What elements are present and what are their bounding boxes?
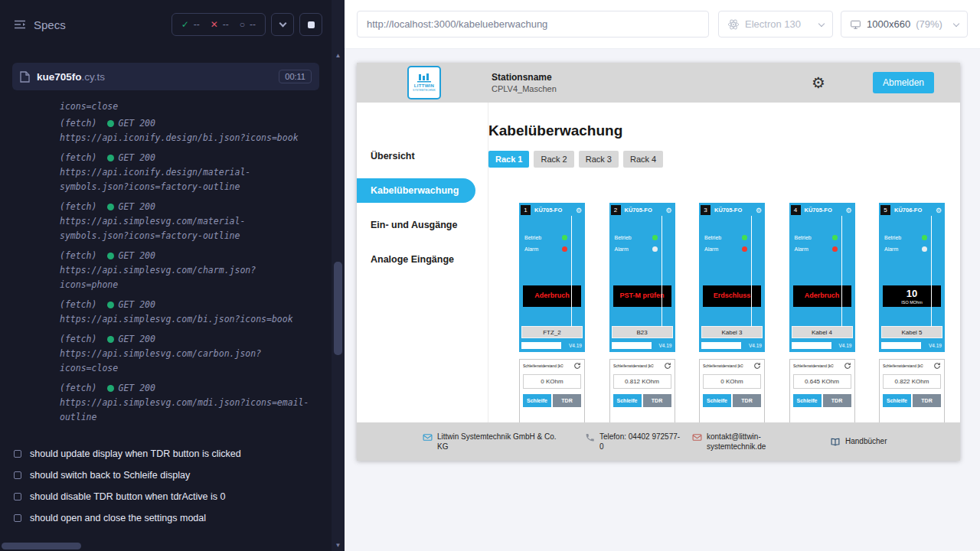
horizontal-scrollbar[interactable]: [0, 540, 332, 551]
spec-file-row[interactable]: kue705fo.cy.ts 00:11: [12, 63, 319, 90]
log-status: GET 200: [118, 332, 155, 347]
specs-menu-button[interactable]: Specs: [14, 18, 66, 31]
indicator-box: [792, 342, 831, 349]
schleife-button[interactable]: Schleife: [523, 394, 551, 407]
log-entry[interactable]: (fetch)GET 200 https://api.simplesvg.com…: [60, 332, 318, 376]
device-module: 4 KÜ705-FO ⚙ Betrieb Alarm Aderbruch: [789, 203, 855, 352]
log-status: GET 200: [118, 249, 155, 263]
tdr-button[interactable]: TDR: [643, 394, 671, 407]
tdr-button[interactable]: TDR: [913, 394, 941, 407]
log-entry[interactable]: (fetch)GET 200 https://api.iconify.desig…: [60, 151, 318, 194]
card-gear-icon[interactable]: ⚙: [845, 207, 851, 214]
device-cards: 1 KÜ705-FO ⚙ Betrieb Alarm Aderbruch: [519, 203, 945, 423]
cable-name: Kabel 5: [881, 326, 942, 338]
tdr-button[interactable]: TDR: [553, 394, 581, 407]
spec-file-name: kue705fo.cy.ts: [37, 71, 105, 83]
module-model: KÜ706-FO: [894, 207, 922, 214]
schleife-button[interactable]: Schleife: [883, 394, 911, 407]
indicator-box: [612, 342, 652, 349]
settings-gear-icon[interactable]: ⚙: [812, 73, 825, 92]
status-dot-icon: [107, 385, 114, 392]
refresh-icon[interactable]: [753, 362, 761, 370]
test-item[interactable]: should open and close the settings modal: [14, 507, 332, 529]
mail-icon: [423, 432, 433, 442]
circle-icon: ○: [240, 19, 245, 30]
vertical-scrollbar-thumb[interactable]: [334, 262, 342, 355]
refresh-icon[interactable]: [933, 362, 941, 370]
status-dot-icon: [107, 253, 114, 259]
card-gear-icon[interactable]: ⚙: [665, 207, 671, 214]
module-model: KÜ705-FO: [534, 207, 562, 214]
footer-manuals[interactable]: Handbücher: [830, 436, 887, 447]
logout-button[interactable]: Abmelden: [873, 72, 934, 93]
viewport-selector[interactable]: 1000x660 (79%): [841, 11, 968, 37]
schleife-button[interactable]: Schleife: [613, 394, 642, 407]
vertical-scrollbar[interactable]: ▲ ▼: [332, 0, 345, 551]
fetch-label: (fetch): [60, 381, 96, 396]
betrieb-led: [742, 235, 747, 240]
module-model: KÜ705-FO: [805, 207, 832, 214]
log-entry[interactable]: (fetch)GET 200 https://api.iconify.desig…: [60, 116, 318, 145]
phone-icon: [585, 432, 595, 442]
url-bar[interactable]: http://localhost:3000/kabelueberwachung: [357, 11, 709, 37]
refresh-icon[interactable]: [844, 362, 851, 370]
slot-number: 1: [521, 205, 531, 215]
log-entry[interactable]: (fetch)GET 200 https://api.simplesvg.com…: [60, 381, 318, 425]
test-item[interactable]: should disable TDR button when tdrActive…: [14, 486, 332, 507]
sidebar-item-ein-und-ausgaenge[interactable]: Ein- und Ausgänge: [357, 213, 488, 237]
fetch-label: (fetch): [60, 298, 96, 312]
card-gear-icon[interactable]: ⚙: [576, 207, 582, 214]
betrieb-label: Betrieb: [524, 235, 541, 240]
card-gear-icon[interactable]: ⚙: [936, 207, 942, 214]
log-status: GET 200: [118, 298, 155, 312]
collapse-button[interactable]: [271, 13, 294, 36]
stat-pending: ○--: [240, 19, 256, 30]
browser-selector[interactable]: Electron 130: [718, 11, 833, 37]
specs-label: Specs: [34, 18, 66, 31]
alarm-led: [742, 246, 747, 252]
alarm-led: [922, 246, 927, 252]
fetch-label: (fetch): [60, 116, 96, 131]
tab-rack-2[interactable]: Rack 2: [534, 151, 573, 168]
tab-rack-4[interactable]: Rack 4: [623, 151, 663, 168]
horizontal-scrollbar-thumb[interactable]: [2, 543, 81, 549]
scroll-up-arrow[interactable]: ▲: [332, 49, 345, 61]
specs-list-icon: [14, 20, 26, 29]
firmware-version: V4.19: [569, 343, 582, 348]
tdr-button[interactable]: TDR: [733, 394, 761, 407]
tab-rack-3[interactable]: Rack 3: [579, 151, 619, 168]
app-footer: Littwin Systemtechnik GmbH & Co. KG Tele…: [357, 422, 960, 461]
refresh-icon[interactable]: [664, 362, 671, 370]
scroll-down-arrow[interactable]: ▼: [332, 539, 345, 551]
sidebar-item-uebersicht[interactable]: Übersicht: [357, 144, 488, 168]
refresh-icon[interactable]: [573, 362, 581, 370]
footer-email: kontakt@littwin- systemtechnik.de: [692, 432, 830, 452]
measurement-value: 0.645 KOhm: [793, 374, 851, 389]
test-item[interactable]: should update display when TDR button is…: [14, 443, 332, 465]
alarm-label: Alarm: [795, 246, 808, 252]
card-gear-icon[interactable]: ⚙: [756, 207, 762, 214]
alarm-led: [652, 246, 658, 252]
measurement-label: Schleifenwiderstand [kOhm]: [703, 364, 743, 368]
device-card: 5 KÜ706-FO ⚙ Betrieb Alarm: [879, 203, 945, 423]
stat-passed: ✓--: [181, 19, 200, 30]
divider: [841, 216, 842, 327]
stat-failed: ✕--: [211, 19, 229, 30]
log-entry[interactable]: (fetch)GET 200 https://api.simplesvg.com…: [60, 200, 318, 243]
schleife-button[interactable]: Schleife: [793, 394, 822, 407]
sidebar-item-analoge-eingaenge[interactable]: Analoge Eingänge: [357, 247, 488, 272]
tab-rack-1[interactable]: Rack 1: [488, 151, 529, 168]
device-module: 3 KÜ705-FO ⚙ Betrieb Alarm Erdschluss: [699, 203, 765, 352]
log-entry[interactable]: (fetch)GET 200 https://api.simplesvg.com…: [60, 298, 318, 327]
command-log: icons=close (fetch)GET 200 https://api.i…: [0, 99, 332, 425]
test-item[interactable]: should switch back to Schleife display: [14, 465, 332, 486]
log-status: GET 200: [118, 381, 155, 396]
log-entry[interactable]: (fetch)GET 200 https://api.simplesvg.com…: [60, 249, 318, 292]
cypress-runner-panel: Specs ✓-- ✕-- ○-- kue705fo.cy.ts 00:11 i…: [0, 0, 332, 551]
firmware-version: V4.19: [839, 343, 852, 348]
measurement-value: 0 KOhm: [703, 374, 761, 389]
sidebar-item-kabelueberwachung[interactable]: Kabelüberwachung: [357, 178, 475, 203]
stop-button[interactable]: [299, 13, 322, 36]
schleife-button[interactable]: Schleife: [703, 394, 731, 407]
tdr-button[interactable]: TDR: [823, 394, 851, 407]
